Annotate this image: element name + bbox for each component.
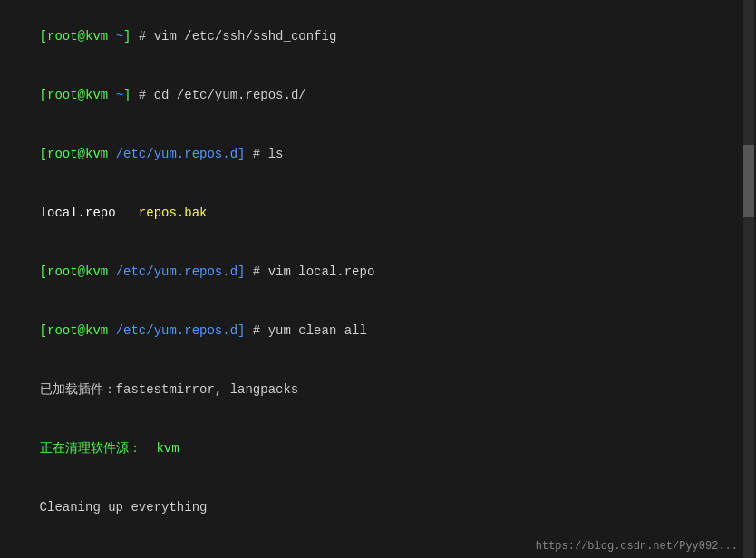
prompt-path: /etc/yum.repos.d]: [108, 147, 245, 161]
cmd-text: # cd /etc/yum.repos.d/: [131, 88, 305, 102]
terminal-line-9: Cleaning up everything: [9, 479, 747, 538]
prompt-bracket: [root@kvm: [40, 88, 109, 102]
ls-file1: local.repo: [40, 206, 116, 220]
prompt-bracket: [root@kvm: [40, 147, 109, 161]
cmd-text: # vim local.repo: [245, 265, 374, 279]
terminal-line-5: [root@kvm /etc/yum.repos.d] # vim local.…: [9, 243, 747, 302]
cmd-text: # yum clean all: [245, 323, 366, 338]
terminal-line-8: 正在清理软件源： kvm: [9, 419, 747, 478]
terminal: [root@kvm ~] # vim /etc/ssh/sshd_config …: [0, 0, 756, 558]
prompt-path: ~: [108, 29, 123, 43]
prompt-bracket: [root@kvm: [40, 323, 109, 338]
terminal-line-6: [root@kvm /etc/yum.repos.d] # yum clean …: [9, 302, 747, 361]
terminal-line-1: [root@kvm ~] # vim /etc/ssh/sshd_config: [9, 7, 747, 66]
scrollbar-thumb[interactable]: [743, 145, 754, 217]
ls-file2: repos.bak: [139, 206, 208, 220]
terminal-line-3: [root@kvm /etc/yum.repos.d] # ls: [9, 125, 747, 184]
ls-space: [116, 206, 139, 220]
prompt-bracket: [root@kvm: [40, 29, 109, 43]
ls-output: local.repo repos.bak: [9, 184, 747, 243]
scrollbar[interactable]: [743, 0, 754, 558]
terminal-line-7: 已加载插件：fastestmirror, langpacks: [9, 361, 747, 419]
prompt-bracket: [root@kvm: [40, 265, 109, 279]
prompt-path: /etc/yum.repos.d]: [108, 265, 245, 279]
terminal-line-2: [root@kvm ~] # cd /etc/yum.repos.d/: [9, 66, 747, 125]
output-text-green: 正在清理软件源： kvm: [40, 441, 179, 456]
cmd-text: # ls: [245, 147, 283, 161]
footer-link: https://blog.csdn.net/Pyy092...: [536, 540, 738, 553]
output-text: Cleaning up everything: [40, 500, 208, 515]
cmd-text: # vim /etc/ssh/sshd_config: [131, 29, 336, 43]
prompt-path: /etc/yum.repos.d]: [108, 323, 245, 338]
output-text: 已加载插件：fastestmirror, langpacks: [40, 382, 299, 397]
prompt-path: ~: [108, 88, 123, 102]
